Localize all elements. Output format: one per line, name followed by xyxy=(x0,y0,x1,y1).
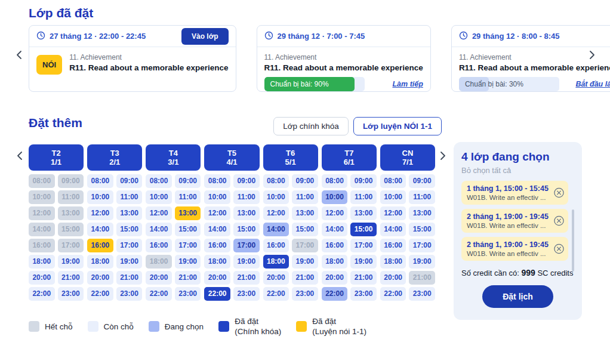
booked-carousel-next-icon[interactable] xyxy=(589,50,596,60)
time-slot-t6-2000[interactable]: 20:00 xyxy=(263,271,289,285)
time-slot-t5-1900[interactable]: 19:00 xyxy=(233,255,260,269)
time-slot-t5-0800[interactable]: 08:00 xyxy=(204,174,230,188)
time-slot-t5-1700[interactable]: 17:00 xyxy=(233,239,260,252)
time-slot-t7-2300[interactable]: 23:00 xyxy=(350,287,377,301)
booked-carousel-prev-icon[interactable] xyxy=(16,50,23,60)
time-slot-t5-2200[interactable]: 22:00 xyxy=(204,287,230,301)
time-slot-t4-2000[interactable]: 20:00 xyxy=(146,271,172,285)
time-slot-t7-1900[interactable]: 19:00 xyxy=(350,255,377,269)
time-slot-cn-0800[interactable]: 08:00 xyxy=(380,174,406,188)
time-slot-t5-1300[interactable]: 13:00 xyxy=(233,206,260,220)
time-slot-t7-1000[interactable]: 10:00 xyxy=(322,190,348,204)
time-slot-t3-1400[interactable]: 14:00 xyxy=(87,223,113,236)
time-slot-t5-1800[interactable]: 18:00 xyxy=(204,255,230,269)
time-slot-t4-1000[interactable]: 10:00 xyxy=(146,190,172,204)
time-slot-cn-1000[interactable]: 10:00 xyxy=(380,190,406,204)
time-slot-t3-1000[interactable]: 10:00 xyxy=(87,190,113,204)
time-slot-t3-1100[interactable]: 11:00 xyxy=(116,190,143,204)
time-slot-cn-0900[interactable]: 09:00 xyxy=(409,174,435,188)
time-slot-t4-1400[interactable]: 14:00 xyxy=(146,223,172,236)
selected-list-scrollbar[interactable] xyxy=(572,209,574,272)
time-slot-cn-1200[interactable]: 12:00 xyxy=(380,206,406,220)
time-slot-t6-1000[interactable]: 10:00 xyxy=(263,190,289,204)
time-slot-t7-1300[interactable]: 13:00 xyxy=(350,206,377,220)
time-slot-t5-1000[interactable]: 10:00 xyxy=(204,190,230,204)
time-slot-t2-1800[interactable]: 18:00 xyxy=(29,255,55,269)
time-slot-t7-1200[interactable]: 12:00 xyxy=(322,206,348,220)
time-slot-t3-2100[interactable]: 21:00 xyxy=(116,271,143,285)
time-slot-t7-1600[interactable]: 16:00 xyxy=(322,239,348,252)
time-slot-t4-2300[interactable]: 23:00 xyxy=(175,287,201,301)
time-slot-t5-2100[interactable]: 21:00 xyxy=(233,271,260,285)
clear-all-link[interactable]: Bỏ chọn tất cả xyxy=(461,166,574,175)
time-slot-cn-1900[interactable]: 19:00 xyxy=(409,255,435,269)
time-slot-t7-2000[interactable]: 20:00 xyxy=(322,271,348,285)
time-slot-t3-1900[interactable]: 19:00 xyxy=(116,255,143,269)
time-slot-t5-0900[interactable]: 09:00 xyxy=(233,174,260,188)
time-slot-t4-1200[interactable]: 12:00 xyxy=(146,206,172,220)
time-slot-t4-1500[interactable]: 15:00 xyxy=(175,223,201,236)
time-slot-t4-2200[interactable]: 22:00 xyxy=(146,287,172,301)
time-slot-t4-1600[interactable]: 16:00 xyxy=(146,239,172,252)
time-slot-t6-0800[interactable]: 08:00 xyxy=(263,174,289,188)
time-slot-t6-1300[interactable]: 13:00 xyxy=(292,206,318,220)
time-slot-t7-1800[interactable]: 18:00 xyxy=(322,255,348,269)
time-slot-t6-0900[interactable]: 09:00 xyxy=(292,174,318,188)
time-slot-t6-1100[interactable]: 11:00 xyxy=(292,190,318,204)
remove-selection-icon[interactable] xyxy=(553,215,565,227)
time-slot-cn-1600[interactable]: 16:00 xyxy=(380,239,406,252)
time-slot-t5-1400[interactable]: 14:00 xyxy=(204,223,230,236)
time-slot-t6-1600[interactable]: 16:00 xyxy=(263,239,289,252)
time-slot-t4-1300[interactable]: 13:00 xyxy=(175,206,201,220)
time-slot-cn-2300[interactable]: 23:00 xyxy=(409,287,435,301)
time-slot-t3-2000[interactable]: 20:00 xyxy=(87,271,113,285)
time-slot-t7-1700[interactable]: 17:00 xyxy=(350,239,377,252)
tab-speaking-class[interactable]: Lớp luyện NÓI 1-1 xyxy=(353,117,442,135)
time-slot-t7-1100[interactable]: 11:00 xyxy=(350,190,377,204)
time-slot-cn-2200[interactable]: 22:00 xyxy=(380,287,406,301)
time-slot-t7-1500[interactable]: 15:00 xyxy=(350,223,377,236)
time-slot-t4-0800[interactable]: 08:00 xyxy=(146,174,172,188)
time-slot-t7-2200[interactable]: 22:00 xyxy=(322,287,348,301)
day-header-t2[interactable]: T21/1 xyxy=(29,144,84,171)
time-slot-t3-0800[interactable]: 08:00 xyxy=(87,174,113,188)
time-slot-t6-2200[interactable]: 22:00 xyxy=(263,287,289,301)
day-header-t5[interactable]: T54/1 xyxy=(204,144,259,171)
time-slot-t3-1500[interactable]: 15:00 xyxy=(116,223,143,236)
preparation-action-link[interactable]: Bắt đầu làm xyxy=(575,80,610,88)
tab-main-class[interactable]: Lớp chính khóa xyxy=(273,117,349,135)
time-slot-t3-2300[interactable]: 23:00 xyxy=(116,287,143,301)
time-slot-t7-1400[interactable]: 14:00 xyxy=(322,223,348,236)
time-slot-t2-2300[interactable]: 23:00 xyxy=(58,287,84,301)
day-header-t4[interactable]: T43/1 xyxy=(146,144,201,171)
time-slot-t5-2300[interactable]: 23:00 xyxy=(233,287,260,301)
time-slot-t6-1800[interactable]: 18:00 xyxy=(263,255,289,269)
time-slot-cn-1800[interactable]: 18:00 xyxy=(380,255,406,269)
time-slot-t5-1200[interactable]: 12:00 xyxy=(204,206,230,220)
schedule-next-week-icon[interactable] xyxy=(439,151,446,161)
time-slot-t3-2200[interactable]: 22:00 xyxy=(87,287,113,301)
time-slot-t4-1100[interactable]: 11:00 xyxy=(175,190,201,204)
time-slot-t3-1200[interactable]: 12:00 xyxy=(87,206,113,220)
time-slot-t2-2100[interactable]: 21:00 xyxy=(58,271,84,285)
day-header-t6[interactable]: T65/1 xyxy=(263,144,318,171)
time-slot-t7-0900[interactable]: 09:00 xyxy=(350,174,377,188)
preparation-action-link[interactable]: Làm tiếp xyxy=(392,80,423,88)
time-slot-t2-2000[interactable]: 20:00 xyxy=(29,271,55,285)
time-slot-t4-1900[interactable]: 19:00 xyxy=(175,255,201,269)
book-schedule-button[interactable]: Đặt lịch xyxy=(482,285,553,308)
time-slot-t6-2100[interactable]: 21:00 xyxy=(292,271,318,285)
schedule-prev-week-icon[interactable] xyxy=(16,151,23,161)
time-slot-cn-1300[interactable]: 13:00 xyxy=(409,206,435,220)
time-slot-t2-1900[interactable]: 19:00 xyxy=(58,255,84,269)
time-slot-t6-1900[interactable]: 19:00 xyxy=(292,255,318,269)
day-header-t3[interactable]: T32/1 xyxy=(87,144,142,171)
time-slot-cn-1100[interactable]: 11:00 xyxy=(409,190,435,204)
time-slot-t6-1200[interactable]: 12:00 xyxy=(263,206,289,220)
day-header-t7[interactable]: T76/1 xyxy=(322,144,377,171)
join-class-button[interactable]: Vào lớp xyxy=(181,28,229,45)
time-slot-t2-2200[interactable]: 22:00 xyxy=(29,287,55,301)
time-slot-t3-1700[interactable]: 17:00 xyxy=(116,239,143,252)
time-slot-t4-1700[interactable]: 17:00 xyxy=(175,239,201,252)
time-slot-t6-2300[interactable]: 23:00 xyxy=(292,287,318,301)
